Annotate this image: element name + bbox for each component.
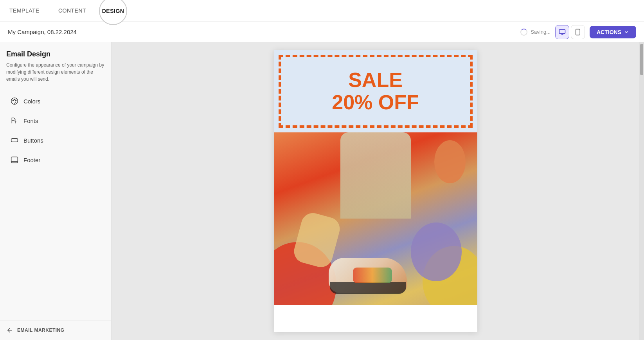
mobile-view-button[interactable] xyxy=(571,25,585,39)
pants-shape xyxy=(340,132,411,219)
svg-rect-10 xyxy=(11,139,18,142)
sidebar: Email Design Configure the appearance of… xyxy=(0,42,112,340)
sidebar-item-colors[interactable]: Colors xyxy=(6,92,105,110)
sidebar-item-fonts[interactable]: T Fonts xyxy=(6,112,105,130)
blob-purple xyxy=(411,222,462,281)
scrollbar-track[interactable] xyxy=(639,42,644,340)
footer-icon xyxy=(10,156,19,164)
actions-button[interactable]: ACTIONS xyxy=(590,26,636,38)
view-toggles xyxy=(555,25,585,39)
tab-design[interactable]: DESIGN xyxy=(102,0,124,24)
saving-indicator: Saving... xyxy=(520,29,550,36)
arrow-left-icon xyxy=(6,327,13,334)
sidebar-title: Email Design xyxy=(6,50,105,58)
buttons-icon xyxy=(10,136,19,145)
main-layout: Email Design Configure the appearance of… xyxy=(0,42,644,340)
svg-rect-0 xyxy=(559,29,565,34)
tab-group: TEMPLATE CONTENT DESIGN xyxy=(0,0,131,22)
svg-point-6 xyxy=(13,100,14,101)
campaign-bar: My Campaign, 08.22.2024 Saving... ACTION… xyxy=(0,22,644,42)
sneaker-sole xyxy=(330,282,406,294)
palette-icon xyxy=(10,97,19,105)
svg-rect-11 xyxy=(11,157,18,163)
sidebar-item-buttons[interactable]: Buttons xyxy=(6,131,105,149)
email-preview: SALE 20% OFF xyxy=(274,50,477,332)
top-navigation-bar: TEMPLATE CONTENT DESIGN xyxy=(0,0,644,22)
saving-spinner xyxy=(520,29,527,36)
sidebar-description: Configure the appearance of your campaig… xyxy=(6,61,105,83)
sidebar-footer-label: EMAIL MARKETING xyxy=(17,327,65,333)
canvas-area: SALE 20% OFF xyxy=(112,42,639,340)
tab-content[interactable]: CONTENT xyxy=(49,0,95,22)
sidebar-item-fonts-label: Fonts xyxy=(23,118,38,124)
sidebar-item-colors-label: Colors xyxy=(23,98,40,105)
tab-design-container: DESIGN xyxy=(95,0,131,22)
fonts-icon: T xyxy=(10,116,19,125)
chevron-down-icon xyxy=(624,29,629,35)
sidebar-item-buttons-label: Buttons xyxy=(23,137,43,144)
email-product-image xyxy=(274,132,477,305)
sidebar-item-footer-label: Footer xyxy=(23,157,40,163)
email-sale-banner: SALE 20% OFF xyxy=(274,50,477,132)
svg-point-8 xyxy=(15,100,16,101)
tab-template[interactable]: TEMPLATE xyxy=(0,0,49,22)
campaign-title: My Campaign, 08.22.2024 xyxy=(8,29,516,35)
svg-point-7 xyxy=(14,99,15,100)
sidebar-item-footer[interactable]: Footer xyxy=(6,151,105,169)
sale-text: SALE 20% OFF xyxy=(285,61,466,121)
svg-text:T: T xyxy=(14,120,16,124)
design-tab-circle: DESIGN xyxy=(99,0,127,25)
blob-orange-right xyxy=(434,140,466,183)
sneaker-accent xyxy=(353,268,392,283)
saving-text: Saving... xyxy=(531,29,550,35)
desktop-view-button[interactable] xyxy=(555,25,569,39)
sidebar-footer[interactable]: EMAIL MARKETING xyxy=(0,320,111,340)
scrollbar-thumb[interactable] xyxy=(640,44,643,75)
sidebar-content: Email Design Configure the appearance of… xyxy=(0,42,111,320)
